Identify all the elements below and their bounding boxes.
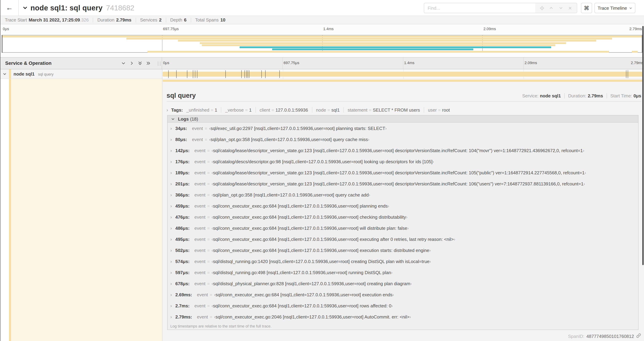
chevron-right-icon: › xyxy=(170,148,172,153)
log-field-value: sql/conn_executor_exec.go:684 [nsql1,cli… xyxy=(213,303,392,308)
collapse-all-icon[interactable] xyxy=(138,61,142,66)
minimap-span-bar xyxy=(126,38,612,40)
log-row[interactable]: ›574μs:event=‹sql/distsql_running.go:142… xyxy=(168,256,638,267)
log-field-value: sql/conn_executor_exec.go:684 [nsql1,cli… xyxy=(213,248,429,253)
log-row[interactable]: ›142μs:event=‹sql/catalog/lease/descript… xyxy=(168,145,638,156)
log-field-value: sql/plan_opt.go:358 [nsql1,client=127.0.… xyxy=(213,192,369,197)
log-field-key: event xyxy=(194,203,206,208)
keyboard-shortcuts-button[interactable]: ⌘ xyxy=(581,3,592,13)
logs-header[interactable]: Logs (18) xyxy=(168,115,638,123)
chevron-right-icon: › xyxy=(170,248,172,253)
span-collapse-chevron-icon[interactable] xyxy=(3,72,6,76)
log-quote-close: › xyxy=(454,236,455,242)
timeline-header-row: Service & Operation 0μs697.75μs1.4ms2.09… xyxy=(0,57,644,69)
span-row[interactable]: node sql1 sql query xyxy=(0,69,644,79)
tag-item: node=sql1 xyxy=(316,107,340,112)
ruler-tick-label: 1.4ms xyxy=(323,27,334,31)
log-quote-open: ‹ xyxy=(209,137,210,142)
log-row[interactable]: ›201μs:event=‹sql/catalog/lease/descript… xyxy=(168,178,638,189)
log-timestamp: 597μs: xyxy=(175,270,190,275)
column-resizer-grip[interactable] xyxy=(158,61,160,66)
log-field-value: sql/distsql_running.go:1420 [nsql1,clien… xyxy=(213,259,430,264)
back-button[interactable]: ← xyxy=(0,0,19,16)
chevron-right-icon: › xyxy=(170,192,172,197)
tag-equals: = xyxy=(369,107,371,112)
find-prev-icon[interactable] xyxy=(548,5,554,11)
log-quote-open: ‹ xyxy=(212,248,213,253)
log-quote-open: ‹ xyxy=(209,126,210,131)
summary-item-label: Total Spans xyxy=(195,17,219,23)
log-row[interactable]: ›678μs:event=‹sql/distsql_physical_plann… xyxy=(168,278,638,289)
minimap-canvas[interactable] xyxy=(2,35,642,53)
expand-one-icon[interactable] xyxy=(129,61,134,66)
log-row[interactable]: ›476μs:event=‹sql/conn_executor_exec.go:… xyxy=(168,211,638,222)
log-quote-close: › xyxy=(429,248,431,253)
log-row[interactable]: ›366μs:event=‹sql/plan_opt.go:358 [nsql1… xyxy=(168,189,638,200)
minimap-span-bar xyxy=(147,51,609,53)
log-row[interactable]: ›80μs:event=‹sql/plan_opt.go:358 [nsql1,… xyxy=(168,134,638,145)
log-field-key: event xyxy=(192,137,203,142)
span-duration-bar[interactable] xyxy=(163,72,644,77)
expand-all-icon[interactable] xyxy=(146,61,150,66)
log-marker-tick xyxy=(626,70,626,78)
locate-icon[interactable] xyxy=(539,5,545,11)
log-equals: = xyxy=(207,214,210,220)
log-row[interactable]: ›189μs:event=‹sql/catalog/lease/descript… xyxy=(168,167,638,178)
log-row[interactable]: ›34μs:event=‹sql/exec_util.go:2297 [nsql… xyxy=(168,123,638,134)
log-quote-open: ‹ xyxy=(212,281,213,286)
start-time-value: 0μs xyxy=(634,93,641,98)
link-icon[interactable] xyxy=(636,333,641,339)
log-marker-tick xyxy=(197,70,197,78)
collapse-one-icon[interactable] xyxy=(121,61,126,66)
log-timestamp: 2.69ms: xyxy=(175,292,192,297)
log-row[interactable]: ›495μs:event=‹sql/conn_executor_exec.go:… xyxy=(168,234,638,245)
span-row-timeline xyxy=(162,69,644,79)
log-row[interactable]: ›459μs:event=‹sql/conn_executor_exec.go:… xyxy=(168,200,638,211)
log-row[interactable]: ›2.7ms:event=‹sql/conn_executor_exec.go:… xyxy=(168,300,638,311)
tag-equals: = xyxy=(272,107,274,112)
minimap-left-handle[interactable] xyxy=(2,35,2,53)
summary-divider xyxy=(190,18,191,22)
log-row[interactable]: ›176μs:event=‹sql/catalog/descs/descript… xyxy=(168,156,638,167)
log-rows: ›34μs:event=‹sql/exec_util.go:2297 [nsql… xyxy=(168,123,638,322)
find-next-icon[interactable] xyxy=(558,5,564,11)
log-quote-open: ‹ xyxy=(212,181,213,186)
log-timestamp: 34μs: xyxy=(175,126,187,131)
tag-item: _unfinished=1 xyxy=(186,107,217,112)
log-quote-close: › xyxy=(392,292,394,297)
log-equals: = xyxy=(205,137,207,142)
start-time-label: Start Time: xyxy=(610,93,632,98)
clear-find-icon[interactable] xyxy=(568,5,573,11)
log-field-key: event xyxy=(192,126,203,131)
collapse-trace-chevron-icon[interactable] xyxy=(22,5,28,11)
log-quote-close: › xyxy=(368,137,370,142)
log-timestamp: 189μs: xyxy=(175,170,190,175)
log-equals: = xyxy=(207,159,210,164)
tags-accordion[interactable]: › Tags: _unfinished=1_verbose=1client=12… xyxy=(166,105,641,114)
detail-span-bar xyxy=(163,80,644,82)
span-detail-panel: sql query Service: node sql1 Duration: 2… xyxy=(162,79,644,341)
log-row[interactable]: ›502μs:event=‹sql/conn_executor_exec.go:… xyxy=(168,245,638,256)
log-row[interactable]: ›2.79ms:event=‹sql/conn_executor_exec.go… xyxy=(168,311,638,322)
trace-view-dropdown[interactable]: Trace Timeline xyxy=(594,3,635,13)
service-name: node sql1 xyxy=(14,71,34,77)
log-quote-open: ‹ xyxy=(212,192,213,197)
scrollbar-thumb[interactable] xyxy=(642,26,644,265)
log-equals: = xyxy=(207,259,210,264)
detail-left-column xyxy=(11,79,162,341)
log-marker-tick xyxy=(168,70,168,78)
summary-divider xyxy=(136,18,136,22)
log-field-value: sql/plan_opt.go:358 [nsql1,client=127.0.… xyxy=(210,137,368,142)
log-row[interactable]: ›486μs:event=‹sql/conn_executor_exec.go:… xyxy=(168,222,638,234)
log-row[interactable]: ›597μs:event=‹sql/distsql_running.go:498… xyxy=(168,267,638,278)
minimap-span-bar xyxy=(272,49,473,51)
find-input[interactable] xyxy=(424,3,535,13)
log-quote-open: ‹ xyxy=(212,203,213,208)
span-title: sql query xyxy=(166,92,196,100)
log-timestamp: 678μs: xyxy=(175,281,190,286)
minimap-ruler: 0μs697.75μs1.4ms2.09ms2.79ms xyxy=(2,27,642,32)
log-marker-tick xyxy=(279,70,280,78)
log-row[interactable]: ›2.69ms:event=‹sql/conn_executor_exec.go… xyxy=(168,289,638,300)
log-field-value: sql/conn_executor_exec.go:684 [nsql1,cli… xyxy=(213,203,388,208)
log-quote-close: › xyxy=(430,259,431,264)
